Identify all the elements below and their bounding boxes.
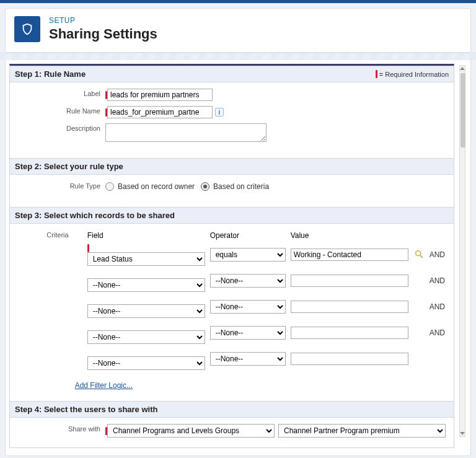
scroll-down-icon[interactable] xyxy=(460,432,465,435)
col-value: Value xyxy=(291,231,412,241)
decorative-band xyxy=(0,53,476,60)
step3-header: Step 3: Select which records to be share… xyxy=(10,207,454,224)
required-info: = Required Information xyxy=(376,70,449,78)
col-operator: Operator xyxy=(210,231,289,241)
radio-criteria-label: Based on criteria xyxy=(213,182,269,191)
criteria-operator-select[interactable]: --None-- xyxy=(210,274,286,288)
ruletype-label: Rule Type xyxy=(14,181,105,190)
content-area: Step 1: Rule Name = Required Information… xyxy=(5,60,471,456)
required-marker-icon xyxy=(87,244,89,252)
criteria-value-input[interactable] xyxy=(291,275,408,287)
criteria-operator-select[interactable]: --None-- xyxy=(210,326,286,340)
criteria-operator-select[interactable]: --None-- xyxy=(210,300,286,314)
criteria-operator-select[interactable]: --None-- xyxy=(210,352,286,366)
description-textarea[interactable] xyxy=(105,123,267,142)
step1-header: Step 1: Rule Name = Required Information xyxy=(10,66,454,82)
add-filter-logic-link[interactable]: Add Filter Logic... xyxy=(75,381,133,390)
step3-title: Step 3: Select which records to be share… xyxy=(15,211,175,220)
step2-header: Step 2: Select your rule type xyxy=(10,158,454,175)
radio-criteria[interactable] xyxy=(201,182,209,191)
criteria-and-text: AND xyxy=(430,294,449,319)
radio-owner-label: Based on record owner xyxy=(118,182,195,191)
step4-header: Step 4: Select the users to share with xyxy=(10,401,454,418)
scroll-up-icon[interactable] xyxy=(460,67,465,70)
sharewith-label: Share with xyxy=(14,424,105,433)
criteria-field-select[interactable]: --None-- xyxy=(87,304,205,318)
criteria-and-text: AND xyxy=(430,242,449,267)
rulename-label: Rule Name xyxy=(14,106,105,115)
criteria-and-text xyxy=(430,346,449,371)
step4-title: Step 4: Select the users to share with xyxy=(15,405,157,414)
criteria-field-select[interactable]: Lead Status xyxy=(87,252,205,266)
criteria-row: --None----None--AND xyxy=(87,294,449,319)
scrollbar-thumb[interactable] xyxy=(461,73,465,148)
criteria-field-select[interactable]: --None-- xyxy=(87,356,205,370)
required-info-text: = Required Information xyxy=(379,71,449,78)
scrollbar[interactable] xyxy=(459,65,465,437)
setup-label: SETUP xyxy=(49,16,157,25)
rulename-input[interactable] xyxy=(107,106,213,118)
criteria-operator-select[interactable]: equals xyxy=(210,248,286,262)
criteria-value-input[interactable] xyxy=(291,327,408,339)
criteria-table: Field Operator Value Lead StatusequalsAN… xyxy=(86,230,450,372)
sharewith-value-select[interactable]: Channel Partner Program premium xyxy=(278,424,446,438)
criteria-value-input[interactable] xyxy=(291,353,408,365)
step2-title: Step 2: Select your rule type xyxy=(15,162,123,171)
page-title: Sharing Settings xyxy=(49,26,157,42)
info-icon[interactable]: i xyxy=(215,108,224,117)
label-label: Label xyxy=(14,89,105,97)
criteria-field-select[interactable]: --None-- xyxy=(87,330,205,344)
label-input[interactable] xyxy=(107,89,213,101)
shield-icon xyxy=(14,16,40,42)
svg-point-0 xyxy=(415,251,420,256)
criteria-value-input[interactable] xyxy=(291,249,408,261)
criteria-label: Criteria xyxy=(14,230,74,390)
criteria-field-select[interactable]: --None-- xyxy=(87,278,205,292)
criteria-row: --None----None--AND xyxy=(87,320,449,345)
criteria-row: Lead StatusequalsAND xyxy=(87,242,449,267)
page-header: SETUP Sharing Settings xyxy=(5,8,471,53)
criteria-value-input[interactable] xyxy=(291,301,408,313)
top-accent-bar xyxy=(0,0,476,3)
required-marker-icon xyxy=(376,70,377,78)
step1-title: Step 1: Rule Name xyxy=(15,69,86,79)
criteria-row: --None----None-- xyxy=(87,346,449,371)
criteria-and-text: AND xyxy=(430,320,449,345)
col-field: Field xyxy=(87,231,209,241)
radio-owner[interactable] xyxy=(105,182,114,191)
svg-line-1 xyxy=(420,255,423,258)
lookup-icon[interactable] xyxy=(413,249,425,260)
criteria-row: --None----None--AND xyxy=(87,268,449,293)
sharewith-category-select[interactable]: Channel Programs and Levels Groups xyxy=(107,424,275,438)
criteria-and-text: AND xyxy=(430,268,449,293)
description-label: Description xyxy=(14,123,105,132)
